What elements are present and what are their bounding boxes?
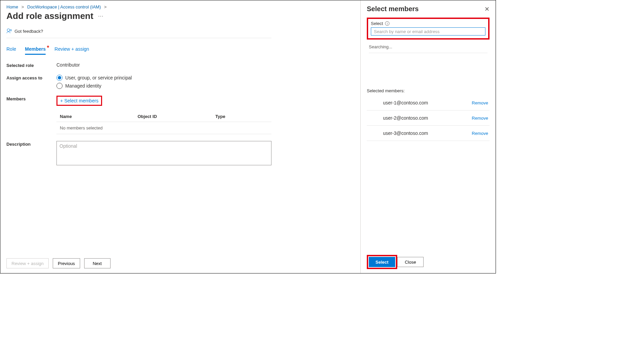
selected-member-item: user-2@contoso.com Remove — [367, 111, 490, 126]
select-members-link[interactable]: + Select members — [60, 98, 98, 103]
remove-member-link[interactable]: Remove — [472, 100, 488, 105]
assign-access-label: Assign access to — [6, 75, 56, 80]
next-button[interactable]: Next — [84, 258, 111, 268]
remove-member-link[interactable]: Remove — [472, 131, 488, 136]
selected-role-value: Contributor — [56, 62, 271, 68]
col-header-object-id: Object ID — [138, 114, 215, 119]
select-button[interactable]: Select — [369, 257, 395, 267]
radio-managed-label: Managed identity — [65, 83, 101, 89]
breadcrumb: Home > DocWorkspace | Access control (IA… — [6, 4, 271, 9]
row-description: Description — [6, 141, 271, 166]
feedback-icon — [6, 28, 12, 34]
tab-members-label: Members — [25, 46, 46, 52]
col-header-name: Name — [60, 114, 138, 119]
close-icon[interactable]: ✕ — [484, 6, 490, 12]
selected-member-name: user-3@contoso.com — [368, 130, 428, 136]
panel-header: Select members ✕ — [361, 0, 496, 16]
breadcrumb-home[interactable]: Home — [6, 4, 18, 9]
search-input[interactable] — [371, 27, 485, 35]
app-root: Home > DocWorkspace | Access control (IA… — [0, 0, 496, 273]
radio-user-group-sp[interactable]: User, group, or service principal — [56, 75, 271, 81]
row-members: Members + Select members Name Object ID … — [6, 96, 271, 134]
footer-buttons: Review + assign Previous Next — [6, 258, 111, 268]
panel-footer: Select Close — [361, 251, 496, 273]
page-title: Add role assignment — [6, 11, 93, 21]
modified-dot-icon — [47, 46, 49, 48]
remove-member-link[interactable]: Remove — [472, 116, 488, 121]
members-label: Members — [6, 96, 56, 101]
select-members-link-label: Select members — [64, 98, 98, 103]
select-members-highlight: + Select members — [56, 96, 102, 106]
more-actions-icon[interactable]: ··· — [98, 13, 103, 19]
selected-member-item: user-1@contoso.com Remove — [367, 95, 490, 111]
searching-status: Searching... — [369, 44, 487, 53]
previous-button[interactable]: Previous — [53, 258, 80, 268]
close-button[interactable]: Close — [397, 257, 424, 267]
row-assign-access: Assign access to User, group, or service… — [6, 75, 271, 89]
description-input[interactable] — [56, 141, 271, 165]
col-header-type: Type — [215, 114, 268, 119]
tab-role[interactable]: Role — [6, 44, 16, 55]
radio-user-label: User, group, or service principal — [65, 75, 132, 80]
search-label-row: Select i — [371, 21, 485, 26]
description-label: Description — [6, 141, 56, 147]
panel-spacer — [367, 141, 490, 249]
search-section-highlight: Select i — [367, 18, 490, 40]
feedback-label: Got feedback? — [15, 29, 43, 34]
main-content: Home > DocWorkspace | Access control (IA… — [0, 0, 278, 273]
panel-body: Select i Searching... Selected members: … — [361, 16, 496, 251]
tab-review-assign[interactable]: Review + assign — [54, 44, 89, 55]
row-selected-role: Selected role Contributor — [6, 62, 271, 68]
selected-role-label: Selected role — [6, 62, 56, 68]
chevron-right-icon: > — [104, 4, 107, 9]
feedback-link[interactable]: Got feedback? — [6, 28, 271, 38]
assign-access-radio-group: User, group, or service principal Manage… — [56, 75, 271, 89]
members-table-header: Name Object ID Type — [56, 111, 271, 122]
members-table: Name Object ID Type No members selected — [56, 111, 271, 134]
chevron-right-icon: > — [21, 4, 24, 9]
review-assign-button[interactable]: Review + assign — [6, 258, 49, 268]
page-title-row: Add role assignment ··· — [6, 11, 271, 21]
selected-member-name: user-1@contoso.com — [368, 100, 428, 105]
selected-member-name: user-2@contoso.com — [368, 115, 428, 121]
select-members-panel: Select members ✕ Select i Searching... S… — [360, 0, 496, 273]
selected-member-item: user-3@contoso.com Remove — [367, 126, 490, 141]
plus-icon: + — [60, 98, 63, 103]
breadcrumb-workspace[interactable]: DocWorkspace | Access control (IAM) — [27, 4, 101, 9]
radio-checked-icon — [56, 75, 63, 81]
tab-members[interactable]: Members — [25, 44, 46, 55]
info-icon[interactable]: i — [385, 21, 389, 26]
radio-managed-identity[interactable]: Managed identity — [56, 83, 271, 89]
radio-unchecked-icon — [56, 83, 63, 89]
selected-members-title: Selected members: — [367, 88, 490, 93]
search-label: Select — [371, 21, 383, 26]
panel-title: Select members — [367, 5, 419, 13]
form-area: Selected role Contributor Assign access … — [6, 62, 271, 166]
tabs: Role Members Review + assign — [6, 44, 271, 55]
members-empty-text: No members selected — [56, 122, 271, 134]
select-button-highlight: Select — [367, 255, 397, 269]
